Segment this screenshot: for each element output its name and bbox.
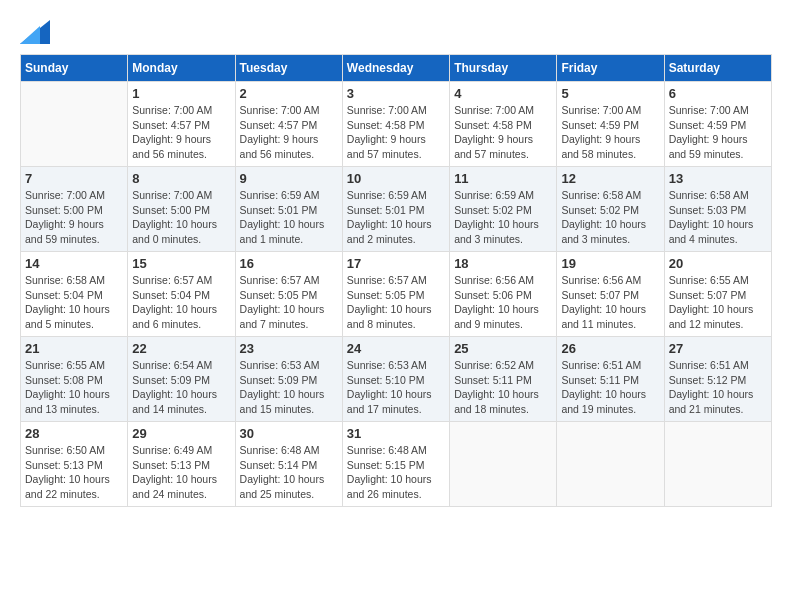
day-number: 18 <box>454 256 552 271</box>
calendar-cell: 4Sunrise: 7:00 AMSunset: 4:58 PMDaylight… <box>450 82 557 167</box>
calendar-cell: 16Sunrise: 6:57 AMSunset: 5:05 PMDayligh… <box>235 252 342 337</box>
day-header-thursday: Thursday <box>450 55 557 82</box>
day-info: Sunrise: 6:57 AMSunset: 5:05 PMDaylight:… <box>347 273 445 332</box>
day-info: Sunrise: 6:53 AMSunset: 5:09 PMDaylight:… <box>240 358 338 417</box>
day-info: Sunrise: 7:00 AMSunset: 4:59 PMDaylight:… <box>669 103 767 162</box>
day-info: Sunrise: 6:56 AMSunset: 5:07 PMDaylight:… <box>561 273 659 332</box>
day-number: 24 <box>347 341 445 356</box>
calendar-cell: 2Sunrise: 7:00 AMSunset: 4:57 PMDaylight… <box>235 82 342 167</box>
calendar-cell: 9Sunrise: 6:59 AMSunset: 5:01 PMDaylight… <box>235 167 342 252</box>
calendar-week-row: 7Sunrise: 7:00 AMSunset: 5:00 PMDaylight… <box>21 167 772 252</box>
calendar-cell: 1Sunrise: 7:00 AMSunset: 4:57 PMDaylight… <box>128 82 235 167</box>
day-info: Sunrise: 6:49 AMSunset: 5:13 PMDaylight:… <box>132 443 230 502</box>
calendar-cell: 3Sunrise: 7:00 AMSunset: 4:58 PMDaylight… <box>342 82 449 167</box>
day-number: 6 <box>669 86 767 101</box>
day-number: 2 <box>240 86 338 101</box>
day-number: 25 <box>454 341 552 356</box>
day-info: Sunrise: 6:58 AMSunset: 5:02 PMDaylight:… <box>561 188 659 247</box>
day-number: 13 <box>669 171 767 186</box>
calendar-cell: 20Sunrise: 6:55 AMSunset: 5:07 PMDayligh… <box>664 252 771 337</box>
calendar-cell: 10Sunrise: 6:59 AMSunset: 5:01 PMDayligh… <box>342 167 449 252</box>
day-header-friday: Friday <box>557 55 664 82</box>
day-info: Sunrise: 6:50 AMSunset: 5:13 PMDaylight:… <box>25 443 123 502</box>
day-info: Sunrise: 6:59 AMSunset: 5:01 PMDaylight:… <box>347 188 445 247</box>
calendar-cell: 17Sunrise: 6:57 AMSunset: 5:05 PMDayligh… <box>342 252 449 337</box>
day-info: Sunrise: 6:57 AMSunset: 5:04 PMDaylight:… <box>132 273 230 332</box>
day-number: 4 <box>454 86 552 101</box>
calendar-cell: 8Sunrise: 7:00 AMSunset: 5:00 PMDaylight… <box>128 167 235 252</box>
calendar-cell: 22Sunrise: 6:54 AMSunset: 5:09 PMDayligh… <box>128 337 235 422</box>
calendar-week-row: 1Sunrise: 7:00 AMSunset: 4:57 PMDaylight… <box>21 82 772 167</box>
day-number: 19 <box>561 256 659 271</box>
day-info: Sunrise: 7:00 AMSunset: 5:00 PMDaylight:… <box>25 188 123 247</box>
day-number: 31 <box>347 426 445 441</box>
day-number: 15 <box>132 256 230 271</box>
day-info: Sunrise: 7:00 AMSunset: 4:57 PMDaylight:… <box>132 103 230 162</box>
calendar-cell: 29Sunrise: 6:49 AMSunset: 5:13 PMDayligh… <box>128 422 235 507</box>
calendar-cell: 13Sunrise: 6:58 AMSunset: 5:03 PMDayligh… <box>664 167 771 252</box>
day-info: Sunrise: 7:00 AMSunset: 4:57 PMDaylight:… <box>240 103 338 162</box>
day-number: 1 <box>132 86 230 101</box>
day-number: 7 <box>25 171 123 186</box>
calendar-cell: 19Sunrise: 6:56 AMSunset: 5:07 PMDayligh… <box>557 252 664 337</box>
day-number: 21 <box>25 341 123 356</box>
day-number: 12 <box>561 171 659 186</box>
calendar-cell: 14Sunrise: 6:58 AMSunset: 5:04 PMDayligh… <box>21 252 128 337</box>
day-header-sunday: Sunday <box>21 55 128 82</box>
day-info: Sunrise: 6:51 AMSunset: 5:11 PMDaylight:… <box>561 358 659 417</box>
day-number: 5 <box>561 86 659 101</box>
calendar-week-row: 21Sunrise: 6:55 AMSunset: 5:08 PMDayligh… <box>21 337 772 422</box>
day-info: Sunrise: 6:58 AMSunset: 5:04 PMDaylight:… <box>25 273 123 332</box>
day-info: Sunrise: 6:55 AMSunset: 5:07 PMDaylight:… <box>669 273 767 332</box>
calendar-week-row: 14Sunrise: 6:58 AMSunset: 5:04 PMDayligh… <box>21 252 772 337</box>
day-number: 16 <box>240 256 338 271</box>
calendar-cell: 21Sunrise: 6:55 AMSunset: 5:08 PMDayligh… <box>21 337 128 422</box>
calendar-cell: 26Sunrise: 6:51 AMSunset: 5:11 PMDayligh… <box>557 337 664 422</box>
header <box>20 20 772 44</box>
day-number: 23 <box>240 341 338 356</box>
day-info: Sunrise: 6:59 AMSunset: 5:02 PMDaylight:… <box>454 188 552 247</box>
calendar-week-row: 28Sunrise: 6:50 AMSunset: 5:13 PMDayligh… <box>21 422 772 507</box>
calendar-cell: 18Sunrise: 6:56 AMSunset: 5:06 PMDayligh… <box>450 252 557 337</box>
day-info: Sunrise: 6:53 AMSunset: 5:10 PMDaylight:… <box>347 358 445 417</box>
day-number: 22 <box>132 341 230 356</box>
day-info: Sunrise: 7:00 AMSunset: 4:58 PMDaylight:… <box>454 103 552 162</box>
calendar-cell: 12Sunrise: 6:58 AMSunset: 5:02 PMDayligh… <box>557 167 664 252</box>
day-number: 26 <box>561 341 659 356</box>
calendar-cell: 24Sunrise: 6:53 AMSunset: 5:10 PMDayligh… <box>342 337 449 422</box>
day-header-saturday: Saturday <box>664 55 771 82</box>
day-info: Sunrise: 6:48 AMSunset: 5:14 PMDaylight:… <box>240 443 338 502</box>
day-number: 3 <box>347 86 445 101</box>
calendar-header-row: SundayMondayTuesdayWednesdayThursdayFrid… <box>21 55 772 82</box>
day-number: 30 <box>240 426 338 441</box>
calendar-cell: 23Sunrise: 6:53 AMSunset: 5:09 PMDayligh… <box>235 337 342 422</box>
logo <box>20 20 54 44</box>
day-info: Sunrise: 6:51 AMSunset: 5:12 PMDaylight:… <box>669 358 767 417</box>
day-header-wednesday: Wednesday <box>342 55 449 82</box>
calendar-cell <box>450 422 557 507</box>
day-number: 14 <box>25 256 123 271</box>
day-info: Sunrise: 6:56 AMSunset: 5:06 PMDaylight:… <box>454 273 552 332</box>
day-number: 8 <box>132 171 230 186</box>
day-number: 17 <box>347 256 445 271</box>
calendar-cell: 11Sunrise: 6:59 AMSunset: 5:02 PMDayligh… <box>450 167 557 252</box>
calendar-cell: 30Sunrise: 6:48 AMSunset: 5:14 PMDayligh… <box>235 422 342 507</box>
day-header-monday: Monday <box>128 55 235 82</box>
calendar-cell <box>664 422 771 507</box>
calendar-cell: 25Sunrise: 6:52 AMSunset: 5:11 PMDayligh… <box>450 337 557 422</box>
calendar-cell: 5Sunrise: 7:00 AMSunset: 4:59 PMDaylight… <box>557 82 664 167</box>
calendar: SundayMondayTuesdayWednesdayThursdayFrid… <box>20 54 772 507</box>
day-info: Sunrise: 6:55 AMSunset: 5:08 PMDaylight:… <box>25 358 123 417</box>
day-info: Sunrise: 6:48 AMSunset: 5:15 PMDaylight:… <box>347 443 445 502</box>
logo-icon <box>20 20 50 44</box>
svg-marker-1 <box>20 26 40 44</box>
calendar-cell <box>21 82 128 167</box>
calendar-cell: 31Sunrise: 6:48 AMSunset: 5:15 PMDayligh… <box>342 422 449 507</box>
calendar-cell <box>557 422 664 507</box>
day-info: Sunrise: 6:59 AMSunset: 5:01 PMDaylight:… <box>240 188 338 247</box>
calendar-cell: 28Sunrise: 6:50 AMSunset: 5:13 PMDayligh… <box>21 422 128 507</box>
day-info: Sunrise: 7:00 AMSunset: 5:00 PMDaylight:… <box>132 188 230 247</box>
day-info: Sunrise: 6:52 AMSunset: 5:11 PMDaylight:… <box>454 358 552 417</box>
calendar-cell: 15Sunrise: 6:57 AMSunset: 5:04 PMDayligh… <box>128 252 235 337</box>
day-number: 11 <box>454 171 552 186</box>
